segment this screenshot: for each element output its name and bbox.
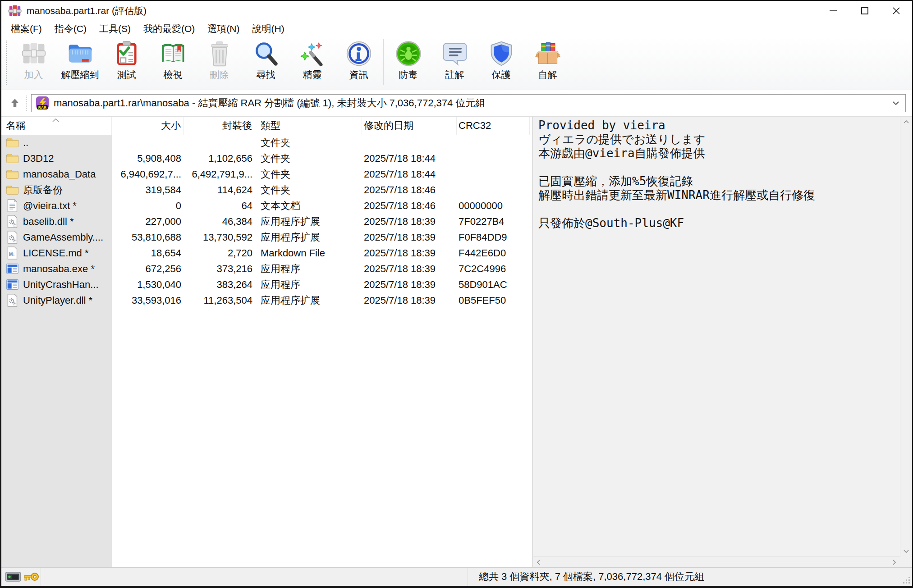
file-packed: 1,102,656 <box>184 153 255 164</box>
file-size: 227,000 <box>112 216 184 228</box>
file-packed: 2,720 <box>184 247 255 259</box>
resize-grip-icon[interactable] <box>903 576 911 584</box>
file-row[interactable]: UnityPlayer.dll *33,593,01611,263,504应用程… <box>1 292 530 308</box>
file-row[interactable]: 原版备份319,584114,624文件夹2025/7/18 18:46 <box>1 182 530 198</box>
maximize-button[interactable] <box>849 1 881 21</box>
menu-item-4[interactable]: 選項(N) <box>201 23 246 35</box>
file-date: 2025/7/18 18:39 <box>362 295 457 306</box>
comment-line: 已固實壓縮，添加%5恢復記錄 <box>538 174 898 188</box>
svg-text:RAR: RAR <box>38 105 46 110</box>
file-list: ..文件夹D3D125,908,4081,102,656文件夹2025/7/18… <box>1 135 530 567</box>
toolbar-button-extract-to[interactable]: 解壓縮到 <box>57 37 103 85</box>
menu-bar: 檔案(F)指令(C)工具(S)我的最愛(O)選項(N)說明(H) <box>1 21 912 37</box>
menu-item-5[interactable]: 說明(H) <box>246 23 290 35</box>
find-icon <box>252 39 280 68</box>
file-name: .. <box>23 137 28 149</box>
file-packed: 13,730,592 <box>184 232 255 243</box>
toolbar-button-test[interactable]: 測試 <box>103 37 150 85</box>
toolbar-grip[interactable] <box>6 41 7 85</box>
addressbar-grip <box>26 96 27 111</box>
column-header-crc32[interactable]: CRC32 <box>457 117 530 135</box>
file-row[interactable]: D3D125,908,4081,102,656文件夹2025/7/18 18:4… <box>1 150 530 166</box>
comment-icon <box>441 39 469 68</box>
dllfile-icon <box>5 293 19 308</box>
archive-path: manosaba.part1.rar\manosaba - 結實壓縮 RAR 分… <box>54 96 485 110</box>
minimize-button[interactable] <box>817 1 849 21</box>
file-size: 672,256 <box>112 263 184 275</box>
file-date: 2025/7/18 18:39 <box>362 232 457 243</box>
sort-ascending-icon <box>52 118 60 123</box>
column-header-packed[interactable]: 封裝後 <box>184 117 255 135</box>
file-type: 文件夹 <box>255 183 362 197</box>
file-crc: F442E6D0 <box>457 247 530 259</box>
status-totals: 總共 3 個資料夾, 7 個檔案, 7,036,772,374 個位元組 <box>468 570 912 583</box>
delete-icon <box>206 39 234 68</box>
file-row[interactable]: UnityCrashHan...1,530,040383,264应用程序2025… <box>1 277 530 292</box>
comment-line: 解壓時出錯請更新至最新WINRAR進行解壓或自行修復 <box>538 188 898 202</box>
up-directory-button[interactable] <box>5 94 25 112</box>
file-type: 应用程序扩展 <box>255 231 362 244</box>
file-name: GameAssembly.... <box>23 232 103 243</box>
column-header-type[interactable]: 類型 <box>255 117 362 135</box>
comment-panel: Provided by vieiraヴィエラの提供でお送りします本游戲由@vie… <box>533 117 912 567</box>
panel-splitter[interactable] <box>530 117 533 567</box>
status-bar: 總共 3 個資料夾, 7 個檔案, 7,036,772,374 個位元組 <box>1 567 912 586</box>
chevron-down-icon[interactable] <box>892 100 900 106</box>
menu-item-0[interactable]: 檔案(F) <box>5 23 48 35</box>
scroll-left-icon <box>537 559 541 565</box>
rar-archive-icon: RAR <box>35 96 50 110</box>
comment-horizontal-scrollbar[interactable] <box>533 556 900 567</box>
file-name: UnityPlayer.dll * <box>23 295 92 306</box>
close-button[interactable] <box>881 1 912 21</box>
file-row[interactable]: @vieira.txt *064文本文档2025/7/18 18:4600000… <box>1 198 530 214</box>
archive-comment: Provided by vieiraヴィエラの提供でお送りします本游戲由@vie… <box>538 119 898 555</box>
status-middle <box>41 568 468 586</box>
toolbar-button-sfx[interactable]: 自解 <box>524 37 571 85</box>
file-crc: F0F84DD9 <box>457 232 530 243</box>
toolbar-button-protect[interactable]: 保護 <box>478 37 524 85</box>
comment-vertical-scrollbar[interactable] <box>900 117 912 556</box>
wizard-icon <box>298 39 326 68</box>
column-header-size[interactable]: 大小 <box>112 117 184 135</box>
file-name: manosaba.exe * <box>23 263 95 275</box>
list-header: 名稱 大小 封裝後 類型 修改的日期 CRC32 <box>1 117 530 135</box>
file-size: 6,940,692,7... <box>112 169 184 180</box>
file-type: 文本文档 <box>255 199 362 213</box>
file-crc: 00000000 <box>457 200 530 212</box>
file-crc: 7F0227B4 <box>457 216 530 228</box>
file-date: 2025/7/18 18:46 <box>362 200 457 212</box>
toolbar-button-archive-add[interactable]: 加入 <box>10 37 57 85</box>
file-size: 33,593,016 <box>112 295 184 306</box>
folder-icon <box>5 151 19 166</box>
file-type: 应用程序 <box>255 262 362 276</box>
toolbar-button-find[interactable]: 尋找 <box>243 37 289 85</box>
toolbar-button-view[interactable]: 檢視 <box>150 37 196 85</box>
toolbar-button-virus-scan[interactable]: 防毒 <box>385 37 431 85</box>
menu-item-3[interactable]: 我的最愛(O) <box>137 23 201 35</box>
file-type: 文件夹 <box>255 152 362 165</box>
toolbar-button-wizard[interactable]: 精靈 <box>289 37 335 85</box>
file-row[interactable]: ..文件夹 <box>1 135 530 150</box>
file-packed: 6,492,791,9... <box>184 169 255 180</box>
file-date: 2025/7/18 18:46 <box>362 184 457 196</box>
file-crc: 0B5FEF50 <box>457 295 530 306</box>
file-row[interactable]: manosaba.exe *672,256373,216应用程序2025/7/1… <box>1 261 530 277</box>
file-row[interactable]: M↓LICENSE.md *18,6542,720Markdown File20… <box>1 245 530 261</box>
menu-item-2[interactable]: 工具(S) <box>93 23 137 35</box>
file-row[interactable]: manosaba_Data6,940,692,7...6,492,791,9..… <box>1 166 530 182</box>
menu-item-1[interactable]: 指令(C) <box>48 23 93 35</box>
file-type: 文件夹 <box>255 168 362 181</box>
address-field[interactable]: RAR manosaba.part1.rar\manosaba - 結實壓縮 R… <box>31 94 906 112</box>
toolbar-button-info[interactable]: 資訊 <box>335 37 382 85</box>
file-name: @vieira.txt * <box>23 200 77 212</box>
virus-scan-icon <box>395 39 422 68</box>
mdfile-icon: M↓ <box>5 246 19 260</box>
file-date: 2025/7/18 18:44 <box>362 153 457 164</box>
file-row[interactable]: GameAssembly....53,810,68813,730,592应用程序… <box>1 229 530 245</box>
comment-line: Provided by vieira <box>538 119 898 132</box>
toolbar-button-comment[interactable]: 註解 <box>431 37 478 85</box>
toolbar-button-delete[interactable]: 刪除 <box>196 37 243 85</box>
file-type: Markdown File <box>255 247 362 259</box>
column-header-date[interactable]: 修改的日期 <box>362 117 457 135</box>
file-row[interactable]: baselib.dll *227,00046,384应用程序扩展2025/7/1… <box>1 214 530 229</box>
